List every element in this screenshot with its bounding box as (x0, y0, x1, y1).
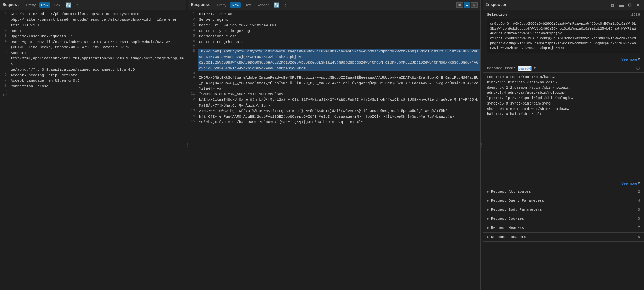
request-attributes-section: ▶ Request Attributes 2 (483, 187, 644, 196)
req-headers-header[interactable]: ▶ Request Headers 7 (483, 223, 644, 232)
table-row: 6 Accept-Encoding: gzip, deflate (0, 73, 186, 78)
see-more-button-2[interactable]: See more (621, 181, 637, 185)
cookies-header[interactable]: ▶ Request Cookies 0 (483, 214, 644, 223)
decoded-format-arrow: ▼ (534, 66, 536, 70)
req-headers-section: ▶ Request Headers 7 (483, 223, 644, 233)
table-row: 15 ~Ô²AbvjxæôVb M_ÜE/bJb 9ÔOIIYo`p6«UYi{… (188, 119, 480, 125)
table-row: 2 Host: (0, 28, 186, 34)
table-row: 1 GET /static/ueditor/php/controller.php… (0, 11, 186, 28)
inspector-close-icon[interactable]: ✕ (635, 2, 641, 8)
response-refresh-icon[interactable]: 🔄 (272, 2, 281, 8)
response-sort-icon[interactable]: ↕ (283, 2, 288, 8)
response-hex-btn[interactable]: Hex (243, 2, 253, 8)
table-row: 5 Connection: close (188, 34, 480, 39)
table-row: 5 Accept: text/html,application/xhtml+xm… (0, 50, 186, 73)
query-params-chevron: ▶ (487, 199, 489, 203)
response-pretty-btn[interactable]: Pretty (215, 2, 228, 8)
request-attributes-count: 2 (638, 190, 640, 194)
inspector-header: Inspector ▦ ▬ ⚙ ✕ (483, 0, 644, 10)
response-content: 1 HTTP/1.1 200 OK 2 Server: nginx 3 Date… (188, 10, 480, 290)
resp-headers-label: Response Headers (491, 235, 638, 239)
response-panel-header: Response Pretty Raw Hex Render 🔄 ↕ ⋯ ▦ ▬… (188, 0, 480, 10)
table-row: 6 Content-Length: 3812 (188, 39, 480, 45)
table-row: 4 Content-Type: image/png (188, 28, 480, 34)
decoded-from-section: Decoded from: Base64 ▼ ⓘ (483, 63, 644, 73)
request-content: 1 GET /static/ueditor/php/controller.php… (0, 10, 186, 290)
table-row: 10 (0, 93, 186, 97)
inspector-settings-icon[interactable]: ⚙ (626, 2, 633, 8)
request-hex-btn[interactable]: Hex (52, 2, 62, 8)
see-more-section-1: See more ▼ (483, 56, 644, 63)
response-code-lines: 1 HTTP/1.1 200 OK 2 Server: nginx 3 Date… (188, 11, 480, 125)
response-more-icon[interactable]: ⋯ (290, 2, 297, 8)
see-more-chevron-2: ▼ (638, 181, 640, 185)
table-row: 7 (188, 45, 480, 49)
query-params-label: Request Query Parameters (491, 199, 638, 203)
inspector-title: Inspector (486, 3, 609, 7)
table-row: 3 Upgrade-Insecure-Requests: 1 (0, 34, 186, 39)
resp-headers-chevron: ▶ (487, 235, 489, 239)
request-raw-btn[interactable]: Raw (39, 2, 50, 8)
table-row: 12 b/Z]xx2itæi¶4UqkÜ|Ox-æ-ô¦h|L/Û²f¶L«±2… (188, 97, 480, 108)
resp-headers-section: ▶ Response Headers 5 (483, 233, 644, 242)
see-more-chevron-1: ▼ (638, 57, 640, 61)
decoded-format-selector[interactable]: Base64 (518, 66, 532, 71)
table-row: 10 IHDRxx9%âtEXtSoftwareAdobe ImageReady… (188, 75, 480, 92)
request-attributes-chevron: ▶ (487, 190, 489, 194)
query-params-header[interactable]: ▶ Request Query Parameters 4 (483, 196, 644, 205)
request-panel: Request Pretty Raw Hex 🔄 ↕ ⋯ 1 GET /stat… (0, 0, 186, 290)
body-params-header[interactable]: ▶ Request Body Parameters 0 (483, 205, 644, 214)
inspector-header-icons: ▦ ▬ ⚙ ✕ (609, 2, 641, 8)
selected-text-display: cm9vdDp4Oj A6MDpyb29OOi9yb29OOi9iaW4vYmF… (487, 19, 640, 53)
layout-icon-3[interactable]: ⊡ (471, 2, 478, 8)
decoded-from-label: Decoded from: (487, 66, 516, 70)
inspector-layout-icon[interactable]: ▦ (609, 2, 616, 8)
table-row: 9 (188, 71, 480, 75)
request-attributes-header[interactable]: ▶ Request Attributes 2 (483, 187, 644, 196)
cookies-count: 0 (638, 217, 640, 221)
request-panel-header: Request Pretty Raw Hex 🔄 ↕ ⋯ (0, 0, 186, 10)
response-render-btn[interactable]: Render (255, 2, 270, 8)
inspector-panel: Inspector ▦ ▬ ⚙ ✕ Selection 1636 cm9vdDp… (483, 0, 644, 290)
layout-icon-1[interactable]: ▦ (456, 2, 463, 8)
resp-headers-header[interactable]: ▶ Response Headers 5 (483, 233, 644, 241)
req-headers-chevron: ▶ (487, 226, 489, 230)
inspector-accordion: ▶ Request Attributes 2 ▶ Request Query P… (483, 187, 644, 290)
table-row: 1 HTTP/1.1 200 OK (188, 11, 480, 17)
table-row: 9 (0, 89, 186, 93)
body-params-count: 0 (638, 208, 640, 212)
resp-headers-count: 5 (638, 235, 640, 239)
table-row: 8 Connection: close (0, 84, 186, 89)
table-row: 4 User-Agent: Mozilla/5.0 (Windows NT 10… (0, 39, 186, 50)
request-sort-icon[interactable]: ↕ (75, 2, 80, 8)
table-row: 7 Accept-Language: en-US,en;q=0.9 (0, 78, 186, 84)
decoded-info-icon[interactable]: ⓘ (636, 65, 640, 71)
table-row: 14 h¦à Q¶Ey_ënFüú{ÄÄ¶O ÅygBE:2üyðPÁslSGÈ… (188, 114, 480, 120)
selection-count: 1636 (631, 13, 640, 17)
response-panel-title: Response (191, 3, 211, 7)
inspector-collapse-icon[interactable]: ▬ (617, 2, 625, 8)
response-raw-btn[interactable]: Raw (230, 2, 241, 8)
selection-section: Selection 1636 cm9vdDp4Oj A6MDpyb29OOi9y… (483, 10, 644, 56)
req-headers-label: Request Headers (491, 226, 638, 230)
req-headers-count: 7 (638, 226, 640, 230)
table-row: 11 ÎS@®»8ublOUm~2XM_á60hJeSI!`1®®EmbOÈ6B… (188, 92, 480, 97)
top-bar-icons: ▦ ▬ ⊡ (456, 2, 478, 8)
selection-header: Selection 1636 (487, 13, 640, 17)
decoded-content-area: root:x:0:0:root:/root:/bin/bash↵ bin:x:1… (483, 73, 644, 180)
see-more-section-2: See more ▼ (483, 180, 644, 187)
request-pretty-btn[interactable]: Pretty (24, 2, 37, 8)
request-more-icon[interactable]: ⋯ (82, 2, 89, 8)
query-params-section: ▶ Request Query Parameters 4 (483, 196, 644, 205)
request-code-lines: 1 GET /static/ueditor/php/controller.php… (0, 11, 186, 97)
request-refresh-icon[interactable]: 🔄 (64, 2, 73, 8)
response-panel: Response Pretty Raw Hex Render 🔄 ↕ ⋯ ▦ ▬… (188, 0, 481, 290)
see-more-button-1[interactable]: See more (621, 57, 637, 61)
body-params-label: Request Body Parameters (491, 208, 638, 212)
table-row: 2 Server: nginx (188, 17, 480, 23)
inspector-content: Selection 1636 cm9vdDp4Oj A6MDpyb29OOi9y… (483, 10, 644, 290)
layout-icon-2[interactable]: ▬ (464, 2, 470, 8)
body-params-chevron: ▶ (487, 208, 489, 212)
request-panel-title: Request (3, 3, 19, 7)
request-attributes-label: Request Attributes (491, 190, 638, 194)
